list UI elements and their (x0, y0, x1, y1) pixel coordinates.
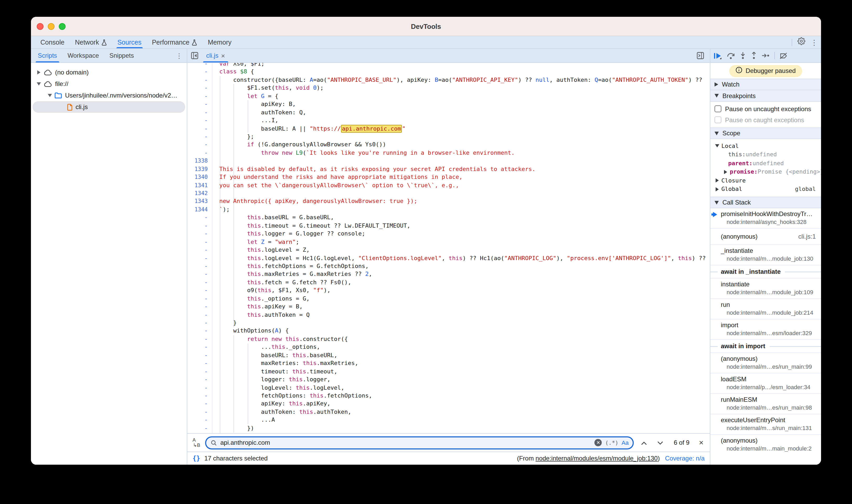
line-gutter[interactable]: - (187, 63, 212, 68)
code-line-text[interactable]: o9(this, $F1, Xs0, "f"), (212, 287, 710, 295)
line-gutter[interactable]: - (187, 432, 212, 433)
scope-group-closure[interactable]: Closure (710, 176, 821, 185)
code-line[interactable]: - fetchOptions: this.fetchOptions, (187, 392, 710, 400)
section-scope[interactable]: Scope (710, 127, 821, 139)
code-line-text[interactable]: let Z = "warn"; (212, 238, 710, 246)
tab-performance[interactable]: Performance (147, 36, 202, 48)
tree-item-file-[interactable]: file:// (31, 78, 187, 90)
code-line[interactable]: - } (187, 319, 710, 327)
line-gutter[interactable]: - (187, 359, 212, 367)
line-gutter[interactable]: - (187, 400, 212, 408)
close-window-button[interactable] (37, 23, 43, 30)
coverage-link[interactable]: Coverage: n/a (665, 455, 705, 462)
call-stack-frame[interactable]: instantiatenode:internal/m…module_job:10… (710, 278, 821, 299)
code-line-text[interactable]: withOptions(A) { (212, 327, 710, 335)
call-stack-frame[interactable]: loadESMnode:internal/p…/esm_loader:34 (710, 373, 821, 393)
code-line-text[interactable]: } (212, 432, 710, 433)
code-line[interactable]: 1344`); (187, 205, 710, 214)
tree-item-cli-js[interactable]: cli.js (33, 101, 185, 113)
code-line[interactable]: - baseURL: A || "https://api.anthropic.c… (187, 125, 710, 133)
code-line-text[interactable]: maxRetries: this.maxRetries, (212, 359, 710, 367)
line-gutter[interactable]: 1340 (187, 173, 212, 181)
regex-toggle-button[interactable]: (.*) (605, 439, 619, 446)
code-line[interactable]: - timeout: this.timeout, (187, 367, 710, 376)
code-line[interactable]: - authToken: this.authToken, (187, 408, 710, 416)
line-gutter[interactable]: - (187, 327, 212, 335)
code-line-text[interactable]: `); (212, 205, 710, 214)
match-case-toggle-button[interactable]: Aa (621, 439, 628, 446)
line-gutter[interactable]: - (187, 254, 212, 262)
code-line[interactable]: - this.fetchOptions = G.fetchOptions, (187, 262, 710, 270)
line-gutter[interactable]: - (187, 287, 212, 295)
line-gutter[interactable]: - (187, 270, 212, 278)
line-gutter[interactable]: 1343 (187, 197, 212, 205)
navigator-tab-workspace[interactable]: Workspace (62, 49, 104, 62)
checkbox[interactable] (714, 116, 721, 123)
line-gutter[interactable]: 1338 (187, 157, 212, 165)
line-gutter[interactable]: - (187, 376, 212, 384)
line-gutter[interactable]: - (187, 303, 212, 311)
call-stack-frame[interactable]: promiseInitHookWithDestroyTr…node:intern… (710, 208, 821, 228)
scope-entry-this[interactable]: this: undefined (710, 150, 821, 159)
call-stack-frame[interactable]: (anonymous)cli.js:1 (710, 228, 821, 245)
code-line-text[interactable]: }) (212, 424, 710, 432)
code-line-text[interactable]: if (!G.dangerouslyAllowBrowser && Ys0()) (212, 141, 710, 149)
code-line[interactable]: - this.logLevel = Hc1(G.logLevel, "Clien… (187, 254, 710, 262)
step-out-button[interactable] (751, 52, 757, 59)
code-line-text[interactable]: This is disabled by default, as it risks… (212, 165, 710, 173)
code-line[interactable]: - return new this.constructor({ (187, 335, 710, 343)
line-gutter[interactable]: - (187, 343, 212, 352)
source-origin-link[interactable]: node:internal/modules/esm/module_job:130 (536, 455, 658, 462)
line-gutter[interactable]: - (187, 141, 212, 149)
line-gutter[interactable]: - (187, 294, 212, 303)
line-gutter[interactable]: - (187, 262, 212, 270)
code-line[interactable]: - let G = { (187, 92, 710, 101)
line-gutter[interactable]: 1341 (187, 181, 212, 189)
replace-toggle-icon[interactable]: A↳B (192, 437, 201, 448)
code-line-text[interactable]: apiKey: B, (212, 100, 710, 108)
code-line-text[interactable]: this._options = G, (212, 294, 710, 303)
overflow-menu-icon[interactable]: ⋮ (811, 38, 818, 47)
step-over-button[interactable] (727, 52, 735, 59)
previous-match-icon[interactable] (638, 438, 650, 447)
code-line-text[interactable]: this.authToken = Q (212, 311, 710, 319)
code-line[interactable]: - ...this._options, (187, 343, 710, 352)
code-line-text[interactable]: return new this.constructor({ (212, 335, 710, 343)
resume-button[interactable] (713, 52, 722, 59)
close-tab-icon[interactable]: × (221, 52, 225, 59)
code-line-text[interactable]: timeout: this.timeout, (212, 367, 710, 376)
line-gutter[interactable]: - (187, 311, 212, 319)
next-match-icon[interactable] (654, 438, 666, 447)
code-line[interactable]: - this.baseURL = G.baseURL, (187, 214, 710, 222)
tab-network[interactable]: Network (70, 36, 112, 48)
code-line[interactable]: - this.timeout = G.timeout ?? Lw.DEFAULT… (187, 222, 710, 230)
call-stack-frame[interactable]: executeUserEntryPointnode:internal/m…s/r… (710, 414, 821, 434)
code-line[interactable]: 1339This is disabled by default, as it r… (187, 165, 710, 173)
section-watch[interactable]: Watch (710, 79, 821, 90)
code-line[interactable]: 1343new Anthropic({ apiKey, dangerouslyA… (187, 197, 710, 205)
code-line-text[interactable]: baseURL: this.baseURL, (212, 352, 710, 360)
code-line-text[interactable]: this.logLevel = Hc1(G.logLevel, "ClientO… (212, 254, 710, 262)
line-gutter[interactable]: - (187, 416, 212, 424)
code-line[interactable]: - ...I, (187, 116, 710, 125)
code-line-text[interactable]: fetchOptions: this.fetchOptions, (212, 392, 710, 400)
code-line-text[interactable]: logger: this.logger, (212, 376, 710, 384)
code-line[interactable]: - logLevel: this.logLevel, (187, 384, 710, 392)
collapse-navigator-icon[interactable] (187, 49, 202, 62)
line-gutter[interactable]: 1342 (187, 189, 212, 197)
line-gutter[interactable]: - (187, 278, 212, 287)
chevron-down-icon[interactable] (36, 82, 41, 86)
code-line-text[interactable]: $F1.set(this, void 0); (212, 84, 710, 92)
code-line[interactable]: - }) (187, 424, 710, 432)
code-line[interactable]: - maxRetries: this.maxRetries, (187, 359, 710, 367)
code-line[interactable]: 1341you can set the \`dangerouslyAllowBr… (187, 181, 710, 189)
step-into-button[interactable] (740, 52, 746, 59)
navigator-tab-scripts[interactable]: Scripts (33, 49, 62, 62)
code-line-text[interactable]: authToken: this.authToken, (212, 408, 710, 416)
code-line-text[interactable]: baseURL: A || "https://api.anthropic.com… (212, 125, 710, 133)
line-gutter[interactable]: - (187, 125, 212, 133)
code-line[interactable]: - this.logLevel = Z, (187, 246, 710, 254)
line-gutter[interactable]: - (187, 230, 212, 238)
line-gutter[interactable]: - (187, 84, 212, 92)
line-gutter[interactable]: - (187, 319, 212, 327)
